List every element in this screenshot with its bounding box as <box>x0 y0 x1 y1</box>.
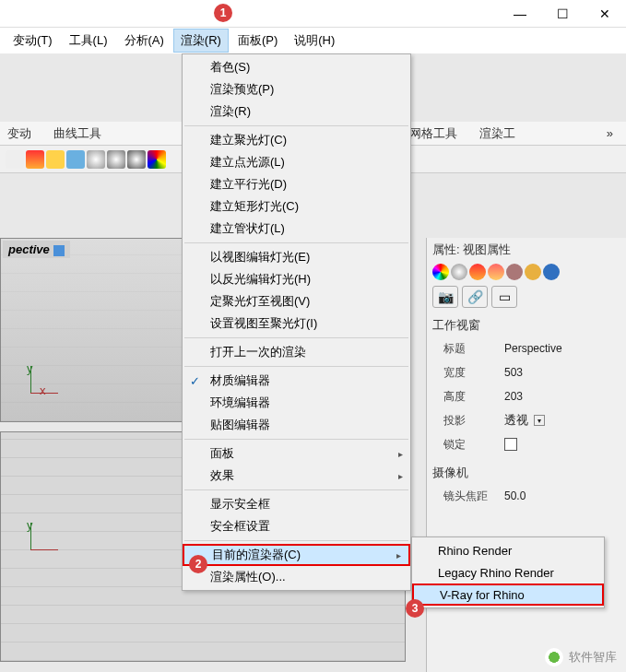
brush-icon[interactable] <box>506 264 523 280</box>
tab-curve-tools[interactable]: 曲线工具 <box>53 125 101 142</box>
panel-header: 属性: 视图属性 <box>432 242 620 258</box>
box-icon[interactable] <box>26 150 44 169</box>
property-row: 标题Perspective <box>432 337 620 360</box>
flame2-icon[interactable] <box>488 264 504 280</box>
tab-render-tools[interactable]: 渲染工 <box>479 125 515 142</box>
menu-panel[interactable]: 面板(P) <box>230 29 285 53</box>
menu-render[interactable]: 渲染(R) <box>173 29 229 53</box>
property-value[interactable]: 透视 <box>504 412 528 429</box>
menu-item[interactable]: 建立矩形灯光(C) <box>183 195 410 218</box>
renderer-submenu: Rhino RenderLegacy Rhino RenderV-Ray for… <box>411 536 605 608</box>
menu-item[interactable]: 以反光编辑灯光(H) <box>183 268 410 290</box>
annotation-3: 3 <box>406 599 424 618</box>
menu-item[interactable]: 目前的渲染器(C) <box>183 544 410 566</box>
camera-icon[interactable]: 📷 <box>432 286 458 308</box>
separator <box>184 337 408 338</box>
menu-item[interactable]: 安全框设置 <box>183 515 410 537</box>
titlebar: — ☐ ✕ <box>0 0 626 28</box>
property-row: 镜头焦距50.0 <box>432 485 620 507</box>
sphere2[interactable] <box>107 150 125 169</box>
rect-icon[interactable]: ▭ <box>491 286 517 308</box>
menu-item[interactable]: 渲染(R) <box>183 100 410 123</box>
window-close[interactable]: ✕ <box>584 0 626 28</box>
menu-item[interactable]: 面板 <box>183 442 410 465</box>
folder-icon[interactable] <box>525 264 541 280</box>
annotation-2: 2 <box>189 555 207 573</box>
property-value[interactable]: 50.0 <box>504 489 620 502</box>
section-camera: 摄像机 <box>432 465 620 481</box>
property-label: 标题 <box>443 341 504 357</box>
submenu-item[interactable]: Rhino Render <box>412 539 604 561</box>
tab-mesh-tools[interactable]: 网格工具 <box>409 125 457 142</box>
menu-item[interactable]: 设置视图至聚光灯(I) <box>183 312 410 335</box>
chevron-down-icon[interactable] <box>53 245 65 256</box>
submenu-item[interactable]: Legacy Rhino Render <box>412 561 604 584</box>
separator <box>184 125 408 126</box>
menu-item[interactable]: 效果 <box>183 465 410 487</box>
menu-item[interactable]: 打开上一次的渲染 <box>183 341 410 363</box>
menu-item[interactable]: 贴图编辑器 <box>183 414 410 436</box>
menu-tools[interactable]: 工具(L) <box>62 29 115 53</box>
separator <box>184 489 408 490</box>
menu-item[interactable]: 材质编辑器 <box>183 370 410 392</box>
sphere-rainbow[interactable] <box>148 150 166 169</box>
menu-item[interactable]: 以视图编辑灯光(E) <box>183 246 410 268</box>
menubar: 变动(T) 工具(L) 分析(A) 渲染(R) 面板(P) 说明(H) <box>0 28 626 53</box>
submenu-item[interactable]: V-Ray for Rhino <box>412 584 604 606</box>
menu-item[interactable]: 建立平行光(D) <box>183 173 410 195</box>
property-label: 宽度 <box>443 365 504 381</box>
menu-item[interactable]: 渲染预览(P) <box>183 78 410 100</box>
property-value[interactable]: Perspective <box>504 342 620 355</box>
link-icon[interactable]: 🔗 <box>462 286 488 308</box>
menu-item[interactable]: 定聚光灯至视图(V) <box>183 290 410 312</box>
separator <box>184 439 408 440</box>
menu-item[interactable]: 显示安全框 <box>183 493 410 515</box>
menu-item[interactable]: 建立管状灯(L) <box>183 218 410 240</box>
property-label: 镜头焦距 <box>443 489 504 504</box>
menu-analyze[interactable]: 分析(A) <box>117 29 171 53</box>
property-label: 锁定 <box>443 437 504 453</box>
property-row: 高度203 <box>432 385 620 407</box>
menu-item[interactable]: 渲染属性(O)... <box>183 566 410 588</box>
menu-item[interactable]: 建立点光源(L) <box>183 151 410 173</box>
circle-yellow[interactable] <box>46 150 65 169</box>
checkbox[interactable] <box>504 438 517 451</box>
watermark: 软件智库 <box>545 648 617 666</box>
property-row: 投影透视▾ <box>432 409 620 431</box>
property-value[interactable]: 503 <box>504 366 620 379</box>
separator <box>184 242 408 243</box>
sphere1[interactable] <box>87 150 105 169</box>
circle-blue[interactable] <box>66 150 85 169</box>
property-value[interactable]: 203 <box>504 390 620 403</box>
watermark-logo-icon <box>545 648 563 666</box>
annotation-1: 1 <box>214 4 232 22</box>
property-label: 高度 <box>443 389 504 405</box>
sphere-icon[interactable] <box>451 264 467 280</box>
menu-item[interactable]: 着色(S) <box>183 56 410 78</box>
property-row: 锁定 <box>432 433 620 455</box>
panel-icon-row <box>432 264 620 280</box>
menu-transform[interactable]: 变动(T) <box>6 29 60 53</box>
sphere3[interactable] <box>127 150 146 169</box>
viewport-label[interactable]: pective <box>3 241 70 258</box>
property-label: 投影 <box>443 413 504 429</box>
tab-transform[interactable]: 变动 <box>7 125 31 142</box>
flame-icon[interactable] <box>469 264 486 280</box>
separator <box>184 540 408 541</box>
tab-more-icon[interactable]: » <box>607 126 619 140</box>
section-viewport: 工作视窗 <box>432 317 620 334</box>
lock-icon[interactable] <box>6 150 24 169</box>
menu-item[interactable]: 环境编辑器 <box>183 392 410 414</box>
panel-button-row: 📷 🔗 ▭ <box>432 286 620 308</box>
help-icon[interactable] <box>543 264 560 280</box>
property-row: 宽度503 <box>432 361 620 383</box>
menu-item[interactable]: 建立聚光灯(C) <box>183 129 410 151</box>
window-maximize[interactable]: ☐ <box>541 0 584 28</box>
menu-help[interactable]: 说明(H) <box>287 29 342 53</box>
render-menu: 着色(S)渲染预览(P)渲染(R)建立聚光灯(C)建立点光源(L)建立平行光(D… <box>182 53 411 591</box>
palette-icon[interactable] <box>432 264 449 280</box>
chevron-down-icon[interactable]: ▾ <box>534 415 545 426</box>
window-minimize[interactable]: — <box>499 0 541 28</box>
separator <box>184 366 408 367</box>
